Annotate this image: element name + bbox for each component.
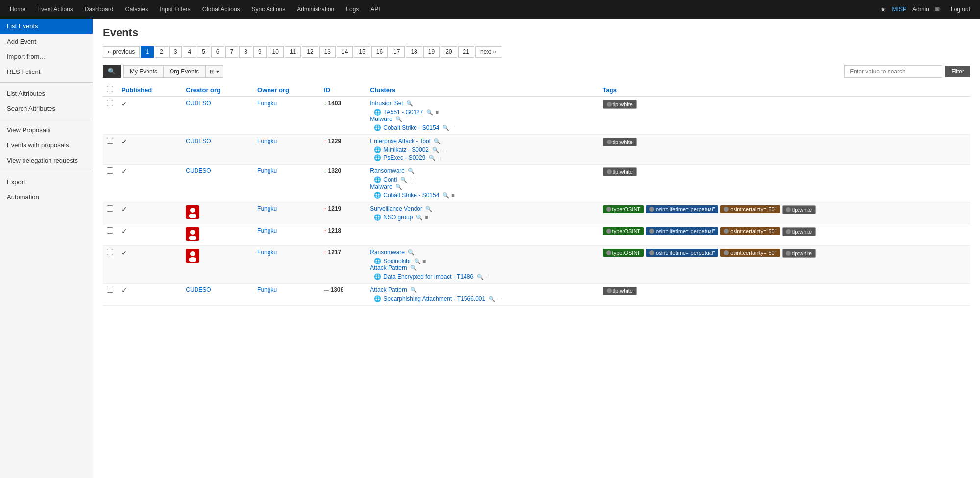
sidebar-item-view-proposals[interactable]: View Proposals bbox=[0, 122, 93, 138]
item-search-icon[interactable]: 🔍 bbox=[432, 147, 439, 153]
tag-badge[interactable]: tlp:white bbox=[782, 227, 816, 236]
category-search-icon[interactable]: 🔍 bbox=[406, 100, 413, 106]
star-icon[interactable]: ★ bbox=[880, 5, 886, 13]
tag-badge[interactable]: type:OSINT bbox=[603, 249, 644, 257]
category-search-icon[interactable]: 🔍 bbox=[395, 116, 402, 122]
item-search-icon[interactable]: 🔍 bbox=[489, 296, 495, 302]
item-list-icon[interactable]: ≡ bbox=[435, 109, 438, 115]
nav-api[interactable]: API bbox=[366, 2, 385, 17]
sidebar-item-search-attributes[interactable]: Search Attributes bbox=[0, 101, 93, 116]
row-checkbox[interactable] bbox=[107, 205, 113, 212]
cluster-item-link[interactable]: Data Encrypted for Impact - T1486 bbox=[383, 273, 473, 280]
cluster-item-link[interactable]: TA551 - G0127 bbox=[383, 109, 423, 116]
my-events-button[interactable]: My Events bbox=[123, 65, 163, 78]
page-11-button[interactable]: 11 bbox=[285, 46, 301, 58]
page-8-button[interactable]: 8 bbox=[239, 46, 252, 58]
owner-org-link[interactable]: Fungku bbox=[257, 227, 277, 234]
page-17-button[interactable]: 17 bbox=[389, 46, 405, 58]
item-search-icon[interactable]: 🔍 bbox=[429, 155, 436, 161]
creator-org-link[interactable]: CUDESO bbox=[186, 167, 211, 174]
next-page-button[interactable]: next » bbox=[475, 46, 501, 58]
cluster-category-link[interactable]: Surveillance Vendor bbox=[370, 205, 422, 212]
search-input[interactable] bbox=[844, 65, 942, 78]
org-events-button[interactable]: Org Events bbox=[163, 65, 205, 78]
page-7-button[interactable]: 7 bbox=[225, 46, 239, 58]
cluster-category-link[interactable]: Ransomware bbox=[370, 249, 405, 256]
cluster-item-link[interactable]: PsExec - S0029 bbox=[383, 154, 425, 161]
page-15-button[interactable]: 15 bbox=[354, 46, 370, 58]
prev-page-button[interactable]: « previous bbox=[103, 46, 140, 58]
row-checkbox[interactable] bbox=[107, 249, 113, 255]
page-1-button[interactable]: 1 bbox=[141, 46, 154, 58]
sidebar-item-list-attributes[interactable]: List Attributes bbox=[0, 86, 93, 101]
page-20-button[interactable]: 20 bbox=[441, 46, 457, 58]
cluster-category-link[interactable]: Attack Pattern bbox=[370, 287, 407, 293]
tag-badge[interactable]: osint:lifetime="perpetual" bbox=[646, 249, 718, 257]
category-search-icon[interactable]: 🔍 bbox=[410, 265, 417, 271]
cluster-category-link[interactable]: Enterprise Attack - Tool bbox=[370, 138, 430, 144]
tag-badge[interactable]: type:OSINT bbox=[603, 227, 644, 235]
category-search-icon[interactable]: 🔍 bbox=[425, 206, 432, 212]
org-logo[interactable] bbox=[186, 205, 199, 219]
nav-galaxies[interactable]: Galaxies bbox=[120, 2, 153, 17]
owner-org-link[interactable]: Fungku bbox=[257, 205, 277, 212]
item-search-icon[interactable]: 🔍 bbox=[426, 109, 433, 116]
event-id-link[interactable]: 1229 bbox=[328, 138, 341, 144]
cluster-category-link[interactable]: Attack Pattern bbox=[370, 264, 407, 271]
cluster-category-link[interactable]: Malware bbox=[370, 116, 392, 122]
page-9-button[interactable]: 9 bbox=[253, 46, 267, 58]
nav-dashboard[interactable]: Dashboard bbox=[80, 2, 119, 17]
cluster-category-link[interactable]: Malware bbox=[370, 183, 392, 190]
event-id-link[interactable]: 1219 bbox=[328, 205, 341, 212]
select-all-checkbox[interactable] bbox=[107, 86, 113, 92]
owner-org-link[interactable]: Fungku bbox=[257, 167, 277, 174]
item-search-icon[interactable]: 🔍 bbox=[442, 192, 449, 199]
tag-badge[interactable]: tlp:white bbox=[603, 287, 637, 295]
category-search-icon[interactable]: 🔍 bbox=[408, 249, 415, 255]
event-id-link[interactable]: 1403 bbox=[328, 100, 341, 107]
nav-sync-actions[interactable]: Sync Actions bbox=[247, 2, 291, 17]
page-13-button[interactable]: 13 bbox=[319, 46, 336, 58]
search-button[interactable]: 🔍 bbox=[103, 65, 121, 78]
item-search-icon[interactable]: 🔍 bbox=[400, 177, 407, 183]
page-21-button[interactable]: 21 bbox=[458, 46, 474, 58]
owner-org-link[interactable]: Fungku bbox=[257, 138, 277, 144]
nav-administration[interactable]: Administration bbox=[292, 2, 339, 17]
misp-link[interactable]: MISP bbox=[892, 6, 906, 13]
event-id-link[interactable]: 1217 bbox=[328, 249, 341, 256]
nav-event-actions[interactable]: Event Actions bbox=[32, 2, 78, 17]
sidebar-item-list-events[interactable]: List Events bbox=[0, 19, 93, 34]
creator-org-link[interactable]: CUDESO bbox=[186, 100, 211, 107]
tag-badge[interactable]: osint:lifetime="perpetual" bbox=[646, 227, 718, 235]
cluster-item-link[interactable]: Cobalt Strike - S0154 bbox=[383, 124, 439, 131]
tag-badge[interactable]: tlp:white bbox=[782, 205, 816, 214]
tag-badge[interactable]: tlp:white bbox=[603, 138, 637, 146]
page-6-button[interactable]: 6 bbox=[211, 46, 224, 58]
item-list-icon[interactable]: ≡ bbox=[451, 192, 454, 198]
row-checkbox[interactable] bbox=[107, 138, 113, 144]
sidebar-item-view-delegation[interactable]: View delegation requests bbox=[0, 153, 93, 168]
event-id-link[interactable]: 1320 bbox=[328, 167, 341, 174]
page-5-button[interactable]: 5 bbox=[197, 46, 210, 58]
nav-input-filters[interactable]: Input Filters bbox=[155, 2, 196, 17]
org-logo[interactable] bbox=[186, 227, 199, 241]
org-logo[interactable] bbox=[186, 249, 199, 263]
item-list-icon[interactable]: ≡ bbox=[441, 147, 444, 153]
item-search-icon[interactable]: 🔍 bbox=[416, 215, 423, 221]
sidebar-item-automation[interactable]: Automation bbox=[0, 190, 93, 205]
category-search-icon[interactable]: 🔍 bbox=[434, 138, 441, 144]
cluster-category-link[interactable]: Intrusion Set bbox=[370, 100, 403, 107]
cluster-item-link[interactable]: Spearphishing Attachment - T1566.001 bbox=[383, 295, 485, 302]
nav-logs[interactable]: Logs bbox=[341, 2, 364, 17]
cluster-category-link[interactable]: Ransomware bbox=[370, 167, 405, 174]
cluster-item-link[interactable]: Cobalt Strike - S0154 bbox=[383, 192, 439, 199]
tag-badge[interactable]: type:OSINT bbox=[603, 205, 644, 213]
tag-badge[interactable]: osint:lifetime="perpetual" bbox=[646, 205, 718, 213]
tag-badge[interactable]: osint:certainty="50" bbox=[720, 227, 780, 235]
page-12-button[interactable]: 12 bbox=[302, 46, 318, 58]
sidebar-item-rest-client[interactable]: REST client bbox=[0, 64, 93, 79]
row-checkbox[interactable] bbox=[107, 287, 113, 293]
item-search-icon[interactable]: 🔍 bbox=[477, 274, 484, 280]
tag-badge[interactable]: osint:certainty="50" bbox=[720, 205, 780, 213]
tag-badge[interactable]: tlp:white bbox=[603, 167, 637, 176]
